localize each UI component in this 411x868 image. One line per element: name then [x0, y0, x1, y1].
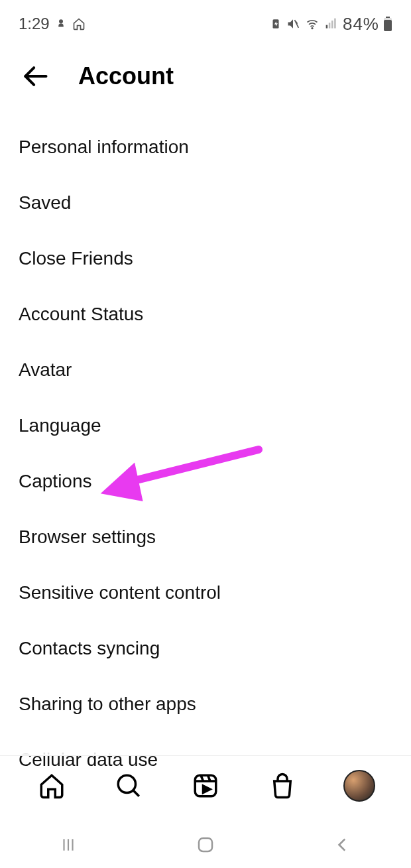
nav-shop[interactable] [264, 768, 300, 804]
menu-item-close-friends[interactable]: Close Friends [19, 231, 392, 286]
menu-item-browser-settings[interactable]: Browser settings [19, 509, 392, 565]
bottom-nav [0, 755, 411, 815]
back-button[interactable] [19, 60, 52, 93]
reels-icon [192, 772, 219, 800]
menu-item-saved[interactable]: Saved [19, 175, 392, 231]
status-right: 84% [270, 14, 392, 34]
menu-item-sharing-to-other-apps[interactable]: Sharing to other apps [19, 676, 392, 732]
nav-home[interactable] [34, 768, 70, 804]
svg-rect-10 [384, 20, 392, 31]
notification-icon [55, 18, 67, 30]
account-menu: Personal information Saved Close Friends… [0, 119, 411, 788]
mute-icon [286, 17, 300, 31]
system-nav [0, 822, 411, 868]
shop-icon [268, 772, 296, 800]
svg-point-0 [59, 19, 63, 23]
svg-rect-7 [334, 19, 336, 29]
home-icon [38, 772, 66, 800]
svg-line-15 [133, 790, 139, 796]
chevron-left-icon [334, 836, 351, 853]
avatar-icon [343, 770, 375, 802]
battery-percent: 84% [343, 14, 379, 34]
list-fade [0, 742, 411, 755]
wifi-icon [304, 17, 320, 31]
nav-reels[interactable] [188, 768, 223, 804]
svg-marker-20 [204, 786, 211, 793]
battery-icon [383, 17, 392, 31]
svg-rect-5 [329, 23, 331, 28]
menu-item-captions[interactable]: Captions [19, 454, 392, 509]
sys-home[interactable] [186, 832, 225, 858]
svg-rect-24 [199, 838, 212, 851]
page-header: Account [0, 40, 411, 119]
arrow-left-icon [21, 62, 50, 91]
menu-item-contacts-syncing[interactable]: Contacts syncing [19, 621, 392, 676]
svg-rect-4 [326, 25, 328, 29]
battery-saver-icon [270, 17, 282, 31]
signal-icon [324, 17, 339, 31]
menu-item-personal-information[interactable]: Personal information [19, 119, 392, 175]
nav-profile[interactable] [341, 768, 377, 804]
status-time: 1:29 [19, 15, 50, 33]
sys-home-icon [196, 835, 215, 855]
status-left: 1:29 [19, 15, 86, 33]
svg-line-2 [294, 20, 298, 28]
sys-back[interactable] [323, 832, 363, 858]
sys-recents[interactable] [48, 832, 88, 858]
nav-search[interactable] [111, 768, 147, 804]
home-status-icon [72, 17, 86, 31]
svg-rect-6 [331, 21, 333, 29]
page-title: Account [78, 62, 174, 90]
status-bar: 1:29 84% [0, 0, 411, 40]
menu-item-sensitive-content-control[interactable]: Sensitive content control [19, 565, 392, 621]
svg-point-3 [312, 28, 313, 29]
search-icon [115, 772, 143, 800]
menu-item-language[interactable]: Language [19, 398, 392, 454]
svg-rect-8 [386, 17, 390, 18]
svg-point-14 [118, 775, 135, 792]
recents-icon [58, 836, 78, 853]
menu-item-account-status[interactable]: Account Status [19, 286, 392, 342]
menu-item-avatar[interactable]: Avatar [19, 342, 392, 398]
